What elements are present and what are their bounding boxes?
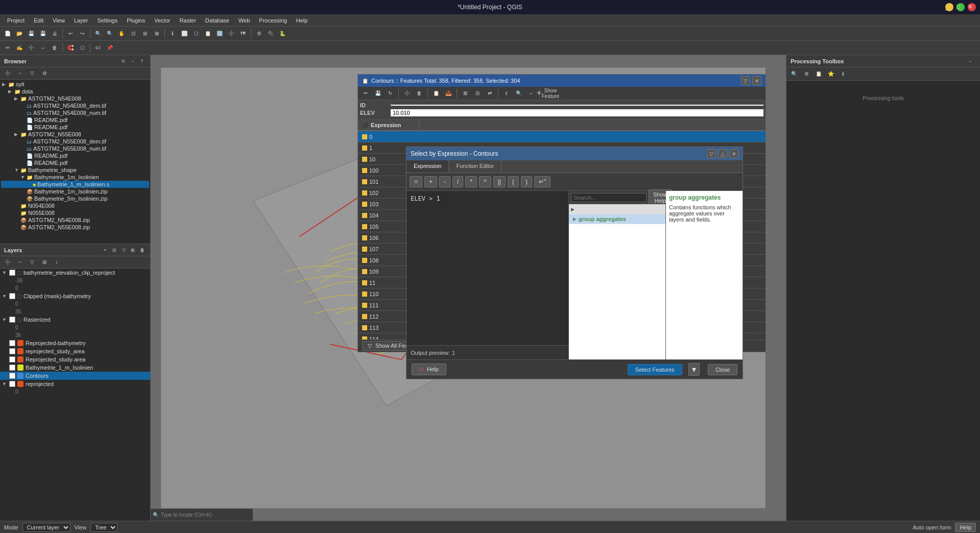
menu-edit[interactable]: Edit <box>30 16 47 25</box>
tree-item-data[interactable]: ▶ 📁 data <box>1 88 149 95</box>
expr-help-btn[interactable]: ⊙ Help <box>412 364 446 375</box>
layers-btn5[interactable]: 🗑 <box>138 246 146 254</box>
help-bottom-btn[interactable]: Help <box>955 523 976 532</box>
select-dropdown-btn[interactable]: ▾ <box>688 363 700 376</box>
layer-checkbox[interactable]: ✓ <box>9 348 15 354</box>
layer-checkbox[interactable]: ✓ <box>9 293 15 299</box>
layer-checkbox[interactable]: ✓ <box>9 340 15 346</box>
menu-processing[interactable]: Processing <box>255 16 291 25</box>
menu-raster[interactable]: Raster <box>175 16 200 25</box>
print-btn[interactable]: 🖨 <box>49 28 60 39</box>
layers-btn1[interactable]: + <box>101 246 109 254</box>
layer-bathy-iso[interactable]: ✓ Bathymetrie_1_m_Isolinien <box>0 364 150 372</box>
add-raster-btn[interactable]: 🗺 <box>237 28 249 39</box>
attr-paste-btn[interactable]: 📥 <box>443 88 454 99</box>
layer-rasterized[interactable]: ▼ ✓ ⬡ Rasterized <box>0 316 150 324</box>
tree-item-astg-n54[interactable]: ▶ 📁 ASTGTM2_N54E008 <box>1 95 149 102</box>
layer-contours[interactable]: ✓ Contours <box>0 372 150 380</box>
zoom-in-btn[interactable]: 🔍 <box>92 28 104 39</box>
layer-add-btn[interactable]: ➕ <box>2 257 13 268</box>
layer-expand-all-btn[interactable]: ↕ <box>51 257 62 268</box>
snapping-btn[interactable]: 🧲 <box>65 42 76 54</box>
digitize-btn[interactable]: ✍ <box>14 42 25 54</box>
browser-add-btn[interactable]: ➕ <box>2 68 13 79</box>
op-plus-btn[interactable]: + <box>424 176 437 187</box>
pan-btn[interactable]: ✋ <box>116 28 127 39</box>
dlg-maximize-btn[interactable]: △ <box>718 149 727 158</box>
edit-toggle-btn[interactable]: ✏ <box>2 42 13 54</box>
tab-function-editor[interactable]: Function Editor <box>449 160 501 173</box>
undo-btn[interactable]: ↩ <box>65 28 76 39</box>
attr-close-btn[interactable]: ✕ <box>752 76 761 85</box>
layer-checkbox[interactable]: ✓ <box>9 356 15 362</box>
browser-collapse-btn[interactable]: − <box>129 57 137 65</box>
tree-item-n055[interactable]: 📁 N055E008 <box>1 209 149 216</box>
layer-checkbox[interactable]: ✓ <box>9 381 15 387</box>
tree-item-astg-n55[interactable]: ▶ 📁 ASTGTM2_N55E008 <box>1 131 149 138</box>
menu-vector[interactable]: Vector <box>150 16 174 25</box>
save-project-btn[interactable]: 💾 <box>26 28 37 39</box>
op-lparen-btn[interactable]: ( <box>508 176 519 187</box>
menu-web[interactable]: Web <box>234 16 254 25</box>
topology-btn[interactable]: ⬡ <box>77 42 88 54</box>
redo-btn[interactable]: ↪ <box>77 28 88 39</box>
proc-btn2[interactable]: ⚙ <box>801 68 812 80</box>
op-divide-btn[interactable]: / <box>452 176 463 187</box>
annotation-btn[interactable]: 📌 <box>104 42 115 54</box>
op-power-btn[interactable]: ^ <box>479 176 491 187</box>
close-dialog-btn[interactable]: Close <box>708 364 737 375</box>
tree-item-num1[interactable]: 🗂 ASTGTM2_N54E008_num.tif <box>1 109 149 116</box>
proc-btn1[interactable]: 🔍 <box>788 68 800 80</box>
attr-del-btn[interactable]: 🗑 <box>414 88 425 99</box>
dlg-minimize-btn[interactable]: ▽ <box>707 149 716 158</box>
browser-remove-btn[interactable]: − <box>14 68 26 79</box>
tree-item-readme1[interactable]: 📄 README.pdf <box>1 116 149 124</box>
tree-item-dem2[interactable]: 🗂 ASTGTM2_N55E008_dem.tif <box>1 138 149 145</box>
menu-plugins[interactable]: Plugins <box>123 16 149 25</box>
tree-item-dem1[interactable]: 🗂 ASTGTM2_N54E008_dem.tif <box>1 102 149 109</box>
layers-btn4[interactable]: ⊠ <box>129 246 137 254</box>
tree-item-bathy-1m-folder[interactable]: ▼ 📁 Bathymetrie_1m_Isolinien <box>1 174 149 181</box>
tree-item-bathy-shape[interactable]: ▼ 📁 Bathymetrie_shape <box>1 166 149 174</box>
layer-reproj-study[interactable]: ✓ reprojected_study_area <box>0 347 150 355</box>
layer-remove-btn[interactable]: − <box>14 257 26 268</box>
mode-select[interactable]: Current layer <box>22 523 70 532</box>
browser-info-btn[interactable]: ? <box>138 57 146 65</box>
zoom-full-btn[interactable]: ⊡ <box>128 28 139 39</box>
attr-edit-btn[interactable]: ✏ <box>360 88 371 99</box>
add-vector-btn[interactable]: ➕ <box>226 28 237 39</box>
add-feature-btn[interactable]: ➕ <box>26 42 37 54</box>
proc-toggle-btn[interactable]: − <box>965 56 976 67</box>
op-equals-btn[interactable]: = <box>410 176 422 187</box>
layers-btn2[interactable]: ⊟ <box>110 246 118 254</box>
attr-select-all-btn[interactable]: ⊠ <box>460 88 471 99</box>
expr-textarea[interactable]: ELEV > 1 <box>407 191 568 345</box>
layer-group-btn[interactable]: ⊞ <box>39 257 50 268</box>
close-btn[interactable]: ✕ <box>968 3 976 11</box>
attr-invert-btn[interactable]: ⇄ <box>484 88 495 99</box>
attr-zoom-btn[interactable]: 🔍 <box>513 88 524 99</box>
fn-item-group-aggregates[interactable]: ▶ group aggregates <box>569 214 665 224</box>
op-multiply-btn[interactable]: * <box>465 176 477 187</box>
attr-save-btn[interactable]: 💾 <box>372 88 384 99</box>
browser-filter-btn[interactable]: ▽ <box>27 68 38 79</box>
menu-database[interactable]: Database <box>201 16 233 25</box>
layer-checkbox[interactable]: ✓ <box>9 270 15 276</box>
menu-view[interactable]: View <box>49 16 69 25</box>
select-features-btn[interactable]: Select Features <box>628 364 682 375</box>
restore-btn[interactable]: □ <box>957 3 965 11</box>
op-concat-btn[interactable]: || <box>493 176 506 187</box>
zoom-select-btn[interactable]: ⊠ <box>151 28 162 39</box>
tree-item-zip3[interactable]: 📦 ASTGTM2_N54E008.zip <box>1 216 149 224</box>
field-calc-btn[interactable]: 🔢 <box>214 28 225 39</box>
attr-table-btn[interactable]: 📋 <box>202 28 213 39</box>
tab-expression[interactable]: Expression <box>407 160 449 173</box>
select-rect-btn[interactable]: ⬜ <box>179 28 190 39</box>
op-minus-btn[interactable]: - <box>439 176 450 187</box>
layer-reproj-bathy[interactable]: ✓ Reprojected-bathymetry <box>0 339 150 347</box>
expr-search-input[interactable] <box>571 193 647 202</box>
tree-item-readme3[interactable]: 📄 README.pdf <box>1 152 149 159</box>
new-project-btn[interactable]: 📄 <box>2 28 13 39</box>
tree-item-bathy-zip1[interactable]: 📦 Bathymetrie_1m_Isolinien.zip <box>1 188 149 195</box>
tree-item-bathy-zip2[interactable]: 📦 Bathymetrie_5m_Isolinien.zip <box>1 195 149 202</box>
